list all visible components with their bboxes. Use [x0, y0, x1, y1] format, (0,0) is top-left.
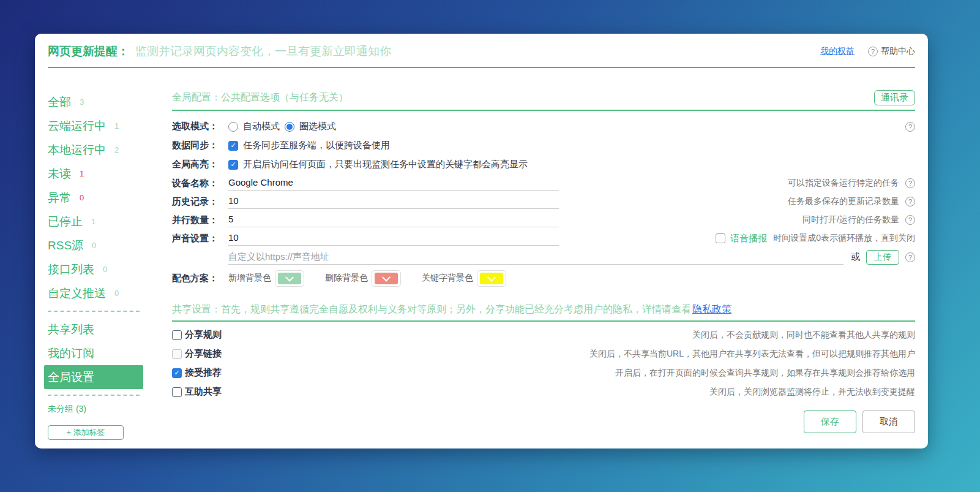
share-link-checkbox[interactable] [172, 349, 182, 359]
sidebar-item-unread[interactable]: 未读 1 [48, 162, 147, 186]
parallel-help-icon[interactable]: ? [905, 215, 915, 225]
auto-mode-radio[interactable] [228, 122, 238, 132]
color-scheme-row: 配色方案： 新增背景色 删除背景色 [172, 267, 915, 290]
mutual-share-checkbox[interactable] [172, 387, 182, 397]
header-divider [48, 67, 915, 68]
voice-broadcast-label[interactable]: 语音播报 [730, 233, 767, 244]
device-name-input[interactable] [228, 176, 559, 191]
sidebar-item-share-list[interactable]: 共享列表 [48, 317, 147, 341]
sidebar-item-count: 1 [80, 169, 84, 178]
voice-broadcast-checkbox[interactable] [716, 233, 725, 243]
sidebar-item-count: 0 [80, 193, 84, 202]
accept-recommend-label[interactable]: 接受推荐 [185, 367, 222, 379]
sidebar-item-label: 本地运行中 [48, 142, 106, 158]
share-settings-header: 共享设置：首先，规则共享遵循完全自愿及权利与义务对等原则；另外，分享功能已经充分… [172, 303, 915, 316]
select-mode-help-icon[interactable]: ? [905, 122, 915, 132]
app-window: 网页更新提醒： 监测并记录网页内容变化，一旦有更新立即通知你 我的权益 ? 帮助… [35, 34, 928, 448]
accept-recommend-row: 接受推荐 开启后，在打开页面的时候会查询共享规则，如果存在共享规则会推荐给你选用 [172, 363, 915, 382]
share-rules-label[interactable]: 分享规则 [185, 329, 222, 341]
ungrouped-label[interactable]: 未分组 (3) [48, 404, 147, 415]
sidebar-item-error[interactable]: 异常 0 [48, 186, 147, 210]
select-mode-row: 选取模式： 自动模式 圈选模式 ? [172, 117, 915, 136]
upload-button[interactable]: 上传 [866, 250, 899, 265]
sidebar-item-cloud-running[interactable]: 云端运行中 1 [48, 114, 147, 138]
chevron-down-icon [382, 273, 391, 282]
question-icon: ? [868, 47, 878, 56]
sound-row: 声音设置： 语音播报 时间设置成0表示循环播放，直到关闭 [172, 229, 915, 248]
share-link-label[interactable]: 分享链接 [185, 348, 222, 360]
delete-bg-color-label: 删除背景色 [325, 273, 368, 284]
parallel-hint: 同时打开/运行的任务数量 [802, 214, 899, 225]
sidebar-item-label: 全局设置 [48, 369, 94, 385]
share-link-desc: 关闭后，不共享当前URL，其他用户在共享列表无法查看，但可以把规则推荐其他用户 [589, 349, 915, 360]
sidebar-item-rss[interactable]: RSS源 0 [48, 233, 147, 257]
keyword-bg-color-group: 关键字背景色 [422, 270, 506, 287]
add-bg-color-group: 新增背景色 [228, 270, 304, 287]
select-mode-label: 选取模式： [172, 121, 228, 132]
global-highlight-row: 全局高亮： 开启后访问任何页面，只要出现监测任务中设置的关键字都会高亮显示 [172, 155, 915, 174]
section-divider [172, 320, 915, 322]
chevron-down-icon [285, 273, 294, 282]
global-highlight-checkbox[interactable] [228, 160, 238, 170]
sound-input[interactable] [228, 231, 559, 246]
sidebar-item-label: 自定义推送 [48, 286, 106, 301]
data-sync-text: 任务同步至服务端，以便跨设备使用 [243, 140, 390, 151]
data-sync-label: 数据同步： [172, 140, 228, 151]
sidebar-item-count: 1 [114, 121, 119, 131]
sidebar-item-api-list[interactable]: 接口列表 0 [48, 257, 147, 281]
history-input[interactable] [228, 194, 559, 209]
share-rules-checkbox[interactable] [172, 330, 182, 340]
device-name-hint: 可以指定设备运行特定的任务 [788, 178, 899, 189]
save-button[interactable]: 保存 [804, 411, 856, 433]
delete-bg-color-picker[interactable] [372, 270, 401, 287]
upload-help-icon[interactable]: ? [905, 252, 915, 262]
global-config-header: 全局配置：公共配置选项（与任务无关） 通讯录 [172, 90, 915, 105]
auto-mode-option-label[interactable]: 自动模式 [243, 121, 280, 132]
global-highlight-text: 开启后访问任何页面，只要出现监测任务中设置的关键字都会高亮显示 [243, 159, 528, 170]
history-label: 历史记录： [172, 196, 228, 208]
device-name-row: 设备名称： 可以指定设备运行特定的任务 ? [172, 174, 915, 192]
device-name-label: 设备名称： [172, 178, 228, 189]
contacts-button[interactable]: 通讯录 [874, 90, 915, 105]
add-bg-color-picker[interactable] [275, 270, 304, 287]
sound-hint: 时间设置成0表示循环播放，直到关闭 [773, 233, 915, 244]
delete-bg-color-swatch [375, 273, 398, 284]
share-settings-form: 分享规则 关闭后，不会贡献规则，同时也不能查看其他人共享的规则 分享链接 关闭后… [172, 325, 915, 401]
global-config-form: 选取模式： 自动模式 圈选模式 ? 数据同步： 任务同步至 [172, 117, 915, 290]
sidebar-item-count: 2 [114, 145, 119, 154]
parallel-input[interactable] [228, 213, 559, 227]
history-help-icon[interactable]: ? [905, 197, 915, 206]
mutual-share-label[interactable]: 互助共享 [185, 386, 222, 398]
sidebar-item-count: 0 [92, 241, 96, 250]
share-link-row: 分享链接 关闭后，不共享当前URL，其他用户在共享列表无法查看，但可以把规则推荐… [172, 344, 915, 363]
share-rules-row: 分享规则 关闭后，不会贡献规则，同时也不能查看其他人共享的规则 [172, 325, 915, 344]
circle-mode-radio[interactable] [285, 122, 294, 132]
circle-mode-option-label[interactable]: 圈选模式 [299, 121, 336, 132]
my-benefits-link[interactable]: 我的权益 [820, 46, 855, 57]
sidebar-item-local-running[interactable]: 本地运行中 2 [48, 138, 147, 162]
app-title: 网页更新提醒： [48, 44, 129, 59]
add-tag-button[interactable]: + 添加标签 [48, 425, 124, 440]
main-panel: 全局配置：公共配置选项（与任务无关） 通讯录 选取模式： 自动模式 圈选模式 ? [172, 90, 915, 440]
sidebar-item-label: 我的订阅 [48, 346, 94, 361]
sidebar-item-global-settings[interactable]: 全局设置 [44, 365, 143, 389]
device-name-help-icon[interactable]: ? [905, 178, 915, 188]
sidebar-item-label: RSS源 [48, 238, 83, 254]
add-bg-color-swatch [278, 273, 301, 284]
title-wrap: 网页更新提醒： 监测并记录网页内容变化，一旦有更新立即通知你 [48, 44, 391, 59]
privacy-policy-link[interactable]: 隐私政策 [692, 303, 731, 316]
sidebar-item-stopped[interactable]: 已停止 1 [48, 210, 147, 233]
accept-recommend-checkbox[interactable] [172, 368, 182, 378]
sidebar-item-all[interactable]: 全部 3 [48, 90, 147, 114]
help-center-link[interactable]: ? 帮助中心 [868, 46, 915, 57]
sidebar-item-custom-push[interactable]: 自定义推送 0 [48, 281, 147, 305]
accept-recommend-desc: 开启后，在打开页面的时候会查询共享规则，如果存在共享规则会推荐给你选用 [615, 368, 915, 379]
sound-url-input[interactable] [228, 250, 843, 265]
global-highlight-label: 全局高亮： [172, 159, 228, 170]
keyword-bg-color-picker[interactable] [477, 270, 506, 287]
sidebar-item-my-subscriptions[interactable]: 我的订阅 [48, 341, 147, 365]
cancel-button[interactable]: 取消 [862, 411, 915, 433]
data-sync-checkbox[interactable] [228, 141, 238, 151]
parallel-label: 并行数量： [172, 214, 228, 226]
sound-label: 声音设置： [172, 233, 228, 244]
